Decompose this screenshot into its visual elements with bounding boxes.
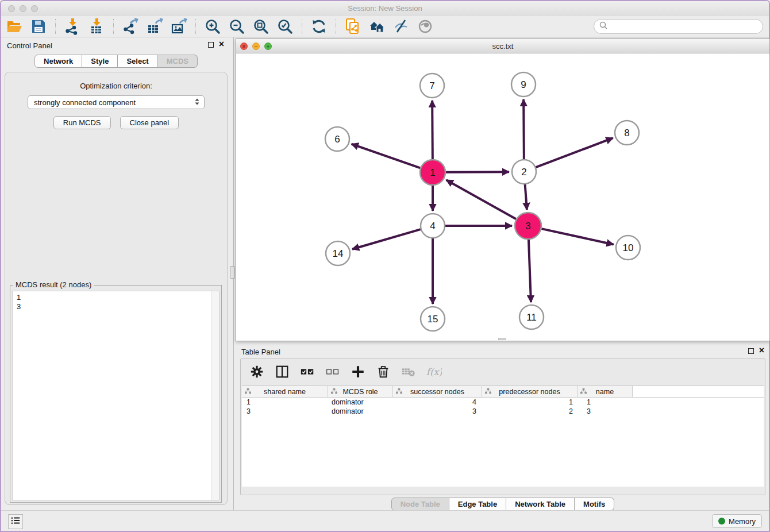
zoom-fit-icon[interactable] [252, 18, 270, 35]
graph-node-11[interactable]: 11 [519, 305, 544, 329]
graph-node-2[interactable]: 2 [512, 160, 536, 184]
export-table-icon[interactable] [146, 18, 163, 35]
task-history-button[interactable] [8, 514, 23, 529]
svg-text:1: 1 [430, 167, 435, 178]
run-mcds-button[interactable]: Run MCDS [53, 116, 111, 129]
control-panel-title: Control Panel [7, 41, 52, 50]
import-network-icon[interactable] [64, 18, 81, 35]
tab-select[interactable]: Select [118, 55, 157, 68]
graph-node-14[interactable]: 14 [326, 241, 350, 265]
svg-text:15: 15 [428, 314, 438, 325]
zoom-out-icon[interactable] [228, 18, 245, 35]
svg-text:f(x): f(x) [426, 367, 442, 377]
column-header[interactable]: name [578, 386, 633, 397]
select-all-columns-icon[interactable] [299, 364, 315, 380]
graph-node-3[interactable]: 3 [515, 213, 541, 239]
tab-network[interactable]: Network [34, 55, 82, 68]
export-network-icon[interactable] [122, 18, 139, 35]
save-session-icon[interactable] [30, 18, 47, 35]
workspace: Control Panel × Network Style Select MCD… [1, 37, 769, 512]
column-layout-icon[interactable] [274, 364, 290, 380]
function-builder-icon[interactable]: f(x) [426, 364, 442, 380]
table-settings-gear-icon[interactable] [249, 364, 265, 380]
clone-network-icon[interactable] [344, 18, 361, 35]
svg-text:2: 2 [521, 167, 526, 178]
close-panel-icon[interactable]: × [219, 39, 224, 49]
import-table-icon[interactable] [88, 18, 105, 35]
search-input[interactable] [608, 21, 763, 32]
criterion-select[interactable]: strongly connected component [28, 95, 205, 109]
memory-button[interactable]: Memory [712, 514, 762, 528]
table-header-row: shared nameMCDS rolesuccessor nodesprede… [242, 386, 764, 398]
graph-edge-3-10[interactable] [541, 229, 613, 244]
delete-column-icon[interactable] [375, 364, 391, 380]
column-header[interactable]: predecessor nodes [482, 386, 578, 397]
table-row[interactable]: 3dominator323 [242, 407, 764, 416]
home-icon[interactable] [368, 18, 386, 35]
tab-mcds[interactable]: MCDS [158, 55, 198, 68]
export-image-icon[interactable] [170, 18, 187, 35]
graph-node-10[interactable]: 10 [616, 236, 640, 260]
graph-edge-1-2[interactable] [446, 172, 509, 172]
svg-text:8: 8 [624, 128, 629, 138]
add-column-icon[interactable] [350, 364, 366, 380]
result-scrollbar[interactable] [211, 291, 219, 500]
table-panel-title: Table Panel [241, 348, 280, 356]
apply-layout-icon[interactable] [310, 18, 328, 35]
column-header[interactable]: MCDS role [328, 386, 393, 397]
svg-text:4: 4 [430, 221, 435, 232]
svg-text:7: 7 [429, 80, 434, 91]
tab-network-table[interactable]: Network Table [506, 498, 575, 511]
node-table: shared nameMCDS rolesuccessor nodesprede… [242, 385, 764, 487]
table-close-icon[interactable]: × [759, 345, 764, 356]
toolbar-separator [336, 19, 336, 34]
graph-node-1[interactable]: 1 [420, 160, 445, 185]
hide-panels-icon[interactable] [392, 18, 410, 35]
unselect-all-columns-icon[interactable] [325, 364, 341, 380]
graph-edge-2-9[interactable] [523, 99, 524, 159]
table-float-icon[interactable] [748, 348, 754, 354]
zoom-selected-icon[interactable] [276, 18, 294, 35]
network-window-titlebar[interactable]: × − + scc.txt [236, 39, 769, 53]
zoom-in-icon[interactable] [204, 18, 221, 35]
delete-table-icon[interactable] [401, 364, 417, 380]
graph-node-9[interactable]: 9 [511, 72, 536, 97]
graph-edge-1-6[interactable] [352, 144, 421, 168]
graph-edge-3-11[interactable] [529, 240, 531, 302]
eye-icon[interactable] [417, 18, 434, 35]
network-canvas[interactable]: 7968124314101511 [236, 53, 769, 341]
network-resize-handle[interactable] [498, 338, 506, 340]
graph-edge-4-14[interactable] [352, 229, 421, 249]
close-panel-button[interactable]: Close panel [120, 116, 179, 129]
toolbar-separator [195, 19, 196, 34]
graph-edge-2-8[interactable] [536, 138, 613, 167]
column-header[interactable]: shared name [242, 386, 328, 397]
table-container: f(x) shared nameMCDS rolesuccessor nodes… [240, 358, 765, 495]
float-panel-icon[interactable] [208, 42, 214, 48]
mcds-panel: Optimization criterion: strongly connect… [5, 72, 228, 505]
graph-node-8[interactable]: 8 [615, 121, 639, 145]
graph-edge-3-1[interactable] [446, 180, 517, 219]
graph-node-7[interactable]: 7 [420, 74, 444, 98]
application-window: Session: New Session [0, 0, 770, 532]
search-field[interactable] [594, 19, 763, 34]
column-header[interactable]: successor nodes [393, 386, 482, 397]
tab-edge-table[interactable]: Edge Table [449, 498, 506, 511]
table-tabbar: Node Table Edge Table Network Table Moti… [391, 498, 615, 511]
stepper-icon [194, 97, 201, 108]
memory-status-icon [718, 518, 725, 525]
graph-node-4[interactable]: 4 [421, 214, 445, 238]
tab-node-table[interactable]: Node Table [391, 498, 449, 511]
control-panel: Control Panel × Network Style Select MCD… [1, 37, 231, 506]
mcds-result-text[interactable]: 13 [12, 291, 220, 500]
tab-motifs[interactable]: Motifs [575, 498, 614, 511]
graph-node-6[interactable]: 6 [325, 127, 349, 151]
open-session-icon[interactable] [6, 18, 23, 35]
search-icon [599, 21, 608, 32]
tab-style[interactable]: Style [82, 55, 118, 68]
svg-text:9: 9 [521, 79, 526, 90]
graph-edge-2-3[interactable] [525, 184, 527, 210]
graph-edge-1-7[interactable] [432, 101, 433, 159]
graph-node-15[interactable]: 15 [421, 307, 445, 331]
table-row[interactable]: 1dominator411 [242, 398, 764, 407]
